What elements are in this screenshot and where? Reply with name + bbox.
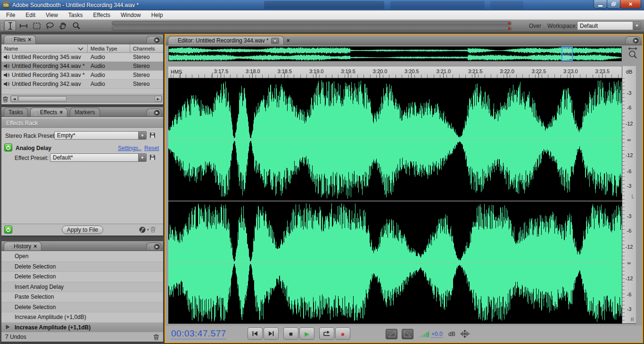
panel-menu-button[interactable]: ▶ (146, 243, 161, 250)
apply-to-file-button[interactable]: Apply to File (62, 226, 103, 234)
panel-menu-button[interactable]: ▶ (625, 36, 640, 44)
menu-file[interactable]: File (1, 11, 20, 19)
settings-link[interactable]: Settings.. (118, 145, 141, 151)
viewport-selection-box[interactable] (561, 47, 573, 61)
panel-menu-button[interactable]: ▶ (146, 109, 161, 116)
record-button[interactable]: ● (335, 327, 350, 340)
workspace-select[interactable]: Default ▼ (577, 21, 641, 30)
scroll-right-icon[interactable]: ▶ (155, 96, 162, 102)
waveform-right-channel[interactable] (168, 201, 622, 324)
overview-strip[interactable] (168, 46, 622, 61)
grip-icon (8, 244, 11, 249)
adjust-amplitude-icon[interactable] (459, 330, 471, 338)
editor-tab-dropdown[interactable]: ▼ (271, 38, 279, 44)
close-button[interactable]: × (620, 0, 641, 8)
file-row[interactable]: Untitled Recording 342.wavAudioStereo (1, 80, 163, 89)
file-row[interactable]: Untitled Recording 344.wav *AudioStereo (1, 62, 163, 71)
time-selection-tool[interactable] (4, 21, 16, 31)
maximize-button[interactable] (607, 0, 620, 8)
channels-cell: Stereo (130, 72, 163, 78)
save-icon (149, 154, 156, 160)
waveform-display[interactable] (168, 78, 622, 324)
time-tick-label: 3:19.5 (341, 68, 355, 74)
marquee-selection-tool[interactable] (31, 21, 42, 31)
volume-hot-text[interactable]: +0.0 (431, 331, 443, 338)
rack-power-button[interactable] (4, 226, 12, 234)
menu-view[interactable]: View (41, 11, 63, 19)
background-window-shape (264, 1, 384, 9)
fade-in-button[interactable] (386, 329, 397, 339)
play-button[interactable]: ▶ (299, 327, 314, 340)
tab-editor[interactable]: Editor: Untitled Recording 344.wav * ▼ (168, 36, 284, 45)
history-item[interactable]: Delete Selection (1, 302, 163, 313)
panel-menu-button[interactable]: ▶ (146, 36, 161, 43)
file-row[interactable]: Untitled Recording 343.wav *AudioStereo (1, 71, 163, 80)
chevron-down-icon[interactable]: ▼ (633, 22, 641, 30)
delete-file-button[interactable] (2, 96, 8, 102)
rack-preset-select[interactable]: Empty* ▼ (54, 131, 147, 140)
history-item[interactable]: Delete Selection (1, 262, 163, 272)
menu-effects[interactable]: Effects (88, 11, 116, 19)
effects-menu-button[interactable]: ▼ (139, 226, 149, 234)
history-item[interactable]: Increase Amplitude (+1,0dB) (1, 312, 163, 323)
lasso-selection-tool[interactable] (44, 21, 56, 31)
frequency-selection-tool[interactable] (17, 21, 29, 31)
file-name-cell: Untitled Recording 342.wav (12, 81, 88, 87)
go-to-previous-button[interactable] (248, 327, 263, 340)
zoom-navigator-button[interactable] (626, 46, 640, 60)
editor-panel: Editor: Untitled Recording 344.wav * ▼ ×… (165, 34, 643, 343)
scroll-left-icon[interactable]: ◀ (11, 96, 18, 102)
tab-markers[interactable]: Markers (70, 108, 99, 117)
history-item[interactable]: Delete Selection (1, 272, 163, 282)
files-horizontal-scrollbar[interactable]: ◀ ▶ (10, 95, 162, 102)
tab-files[interactable]: Files × (4, 35, 36, 44)
effect-preset-select[interactable]: Default* ▼ (50, 153, 147, 162)
clear-history-button[interactable] (153, 334, 159, 340)
history-item[interactable]: Open (1, 252, 163, 262)
remove-effect-button[interactable] (150, 226, 156, 233)
zoom-out-full-icon (627, 47, 639, 60)
close-icon[interactable]: × (59, 110, 63, 115)
file-row[interactable]: Untitled Recording 345.wavAudioStereo (1, 53, 163, 62)
tool-group (4, 21, 82, 31)
minimize-button[interactable] (594, 0, 607, 8)
zoom-tool[interactable] (70, 21, 82, 31)
close-icon[interactable]: × (28, 37, 31, 42)
history-item[interactable]: Paste Selection (1, 292, 163, 302)
time-tick-label: 3:20.5 (405, 68, 419, 74)
column-header-name[interactable]: Name (1, 44, 88, 53)
save-effect-preset-button[interactable] (149, 154, 156, 160)
tab-history[interactable]: History × (4, 242, 41, 251)
reset-link[interactable]: Reset (144, 145, 159, 151)
timeline-ruler[interactable]: HMS 3:17.53:18.03:18.53:19.03:19.53:20.0… (168, 66, 622, 78)
tab-tasks[interactable]: Tasks (4, 108, 28, 117)
time-display[interactable]: 00:03:47.577 (171, 328, 226, 339)
loop-playback-button[interactable] (319, 327, 334, 340)
waveform-left-channel[interactable] (168, 78, 622, 201)
history-panel: History × ▶ OpenDelete SelectionDelete S… (1, 241, 164, 344)
history-item[interactable]: Increase Amplitude (+1,1dB) (1, 323, 163, 333)
close-icon[interactable]: × (33, 244, 37, 249)
menu-window[interactable]: Window (116, 11, 146, 19)
chevron-down-icon[interactable]: ▼ (138, 154, 146, 161)
column-header-channels[interactable]: Channels (130, 44, 164, 53)
effect-power-button[interactable] (4, 143, 12, 151)
grip-icon (150, 111, 153, 115)
column-header-media-type[interactable]: Media Type (88, 44, 130, 53)
menu-edit[interactable]: Edit (20, 11, 41, 19)
panel-menu-icon: ▶ (154, 110, 160, 116)
scrollbar-thumb[interactable] (18, 96, 66, 101)
chevron-down-icon[interactable]: ▼ (138, 132, 146, 139)
save-rack-preset-button[interactable] (149, 132, 156, 138)
toolbar-grip[interactable] (1, 21, 3, 31)
history-item[interactable]: Insert Analog Delay (1, 282, 163, 293)
menu-help[interactable]: Help (146, 11, 168, 19)
fade-out-button[interactable] (402, 329, 413, 339)
menu-tasks[interactable]: Tasks (63, 11, 88, 19)
go-to-next-button[interactable] (264, 327, 279, 340)
time-tick-label: 3:22.0 (500, 68, 514, 74)
tab-effects[interactable]: Effects × (30, 108, 67, 117)
close-icon[interactable]: × (287, 38, 290, 43)
hand-tool[interactable] (57, 21, 69, 31)
stop-button[interactable]: ■ (283, 327, 298, 340)
